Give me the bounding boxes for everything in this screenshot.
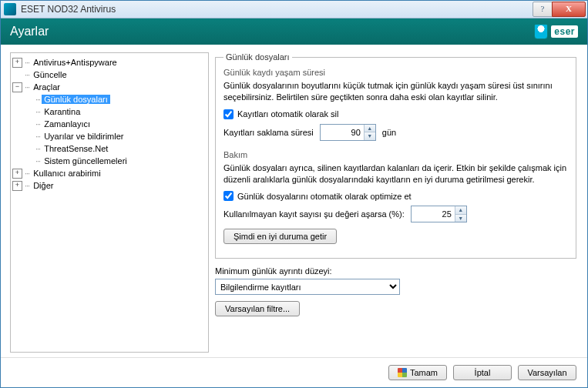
- titlebar: ESET NOD32 Antivirus ? X: [1, 1, 587, 18]
- tree-item-antivirus[interactable]: +···Antivirus+Antispyware: [11, 56, 208, 69]
- tree-item-log-files[interactable]: ···Günlük dosyaları: [34, 93, 208, 105]
- auto-optimize-label: Günlük dosyalarını otomatik olarak optim…: [237, 192, 412, 201]
- lifespan-desc: Günlük dosyalarının boyutlarını küçük tu…: [223, 80, 568, 103]
- shield-icon: [398, 368, 407, 377]
- expand-icon[interactable]: +: [12, 58, 22, 68]
- tree-item-ui[interactable]: +···Kullanıcı arabirimi: [11, 167, 208, 179]
- header: Ayarlar eser: [1, 18, 587, 45]
- tree-item-quarantine[interactable]: ···Karantina: [34, 105, 208, 118]
- threshold-label: Kullanılmayan kayıt sayısı şu değeri aşa…: [223, 209, 405, 219]
- maint-desc: Günlük dosyaları ayrıca, silinen kayıtla…: [223, 162, 568, 186]
- tree-item-sysupdates[interactable]: ···Sistem güncellemeleri: [34, 155, 208, 167]
- collapse-icon[interactable]: −: [12, 82, 22, 92]
- detail-level-label: Minimum günlük ayrıntı düzeyi:: [215, 266, 576, 276]
- help-button[interactable]: ?: [533, 2, 553, 17]
- expand-icon[interactable]: +: [12, 169, 22, 179]
- auto-delete-label: Kayıtları otomatik olarak sil: [237, 109, 338, 119]
- header-caption: Ayarlar: [10, 25, 49, 38]
- tree-item-threatsense[interactable]: ···ThreatSense.Net: [34, 142, 208, 155]
- detail-level-select[interactable]: Bilgilendirme kayıtları: [215, 279, 400, 295]
- maint-subhead: Bakım: [223, 150, 568, 159]
- expand-icon[interactable]: +: [12, 181, 22, 191]
- nav-tree[interactable]: +···Antivirus+Antispyware ···Güncelle −·…: [10, 52, 209, 353]
- retention-unit: gün: [382, 128, 396, 137]
- tree-item-alerts[interactable]: ···Uyarılar ve bildirimler: [34, 130, 208, 142]
- tree-item-scheduler[interactable]: ···Zamanlayıcı: [34, 118, 208, 130]
- tree-item-tools[interactable]: −···Araçlar: [11, 81, 208, 93]
- retention-spinner[interactable]: ▲▼: [320, 124, 376, 141]
- spin-up-icon[interactable]: ▲: [455, 206, 466, 215]
- log-files-group: Günlük dosyaları Günlük kaydı yaşam süre…: [215, 52, 576, 259]
- auto-delete-checkbox[interactable]: [223, 109, 234, 119]
- defaults-button[interactable]: Varsayılan: [518, 365, 576, 380]
- dialog-footer: Tamam İptal Varsayılan: [1, 357, 587, 387]
- close-button[interactable]: X: [552, 2, 586, 17]
- lifespan-subhead: Günlük kaydı yaşam süresi: [223, 68, 568, 77]
- brand-shield-icon: [534, 24, 548, 39]
- retention-label: Kayıtları saklama süresi: [223, 128, 314, 137]
- tree-item-other[interactable]: +···Diğer: [11, 179, 208, 192]
- cancel-button[interactable]: İptal: [453, 365, 512, 380]
- brand: eser: [534, 24, 578, 39]
- optimize-now-button[interactable]: Şimdi en iyi duruma getir: [223, 229, 337, 244]
- spin-down-icon[interactable]: ▼: [455, 215, 466, 222]
- default-filter-button[interactable]: Varsayılan filtre...: [215, 301, 300, 316]
- window-title: ESET NOD32 Antivirus: [21, 4, 116, 15]
- settings-window: ESET NOD32 Antivirus ? X Ayarlar eser +·…: [0, 0, 588, 388]
- brand-logo: eser: [551, 25, 578, 38]
- retention-input[interactable]: [321, 125, 364, 140]
- group-legend: Günlük dosyaları: [223, 52, 292, 62]
- threshold-spinner[interactable]: ▲▼: [411, 206, 467, 222]
- settings-pane: Günlük dosyaları Günlük kaydı yaşam süre…: [213, 52, 578, 353]
- auto-optimize-checkbox[interactable]: [223, 191, 234, 201]
- spin-down-icon[interactable]: ▼: [365, 132, 375, 140]
- tree-item-update[interactable]: ···Güncelle: [11, 69, 208, 81]
- spin-up-icon[interactable]: ▲: [365, 125, 375, 133]
- threshold-input[interactable]: [412, 206, 455, 222]
- app-icon: [4, 3, 16, 15]
- ok-button[interactable]: Tamam: [388, 365, 447, 380]
